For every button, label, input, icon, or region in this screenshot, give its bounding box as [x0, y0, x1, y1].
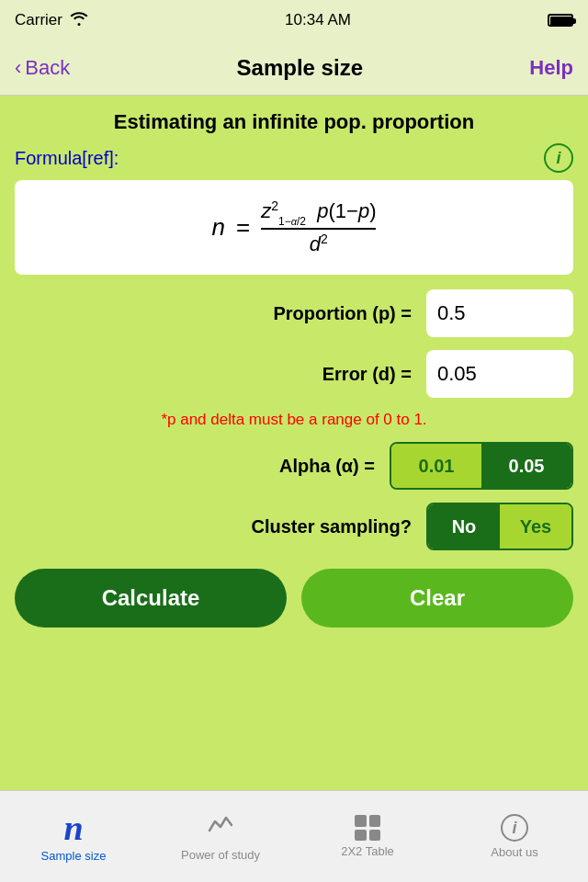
back-label: Back	[25, 56, 70, 80]
tab-sample-size[interactable]: n Sample size	[0, 791, 147, 882]
tab-2x2-label: 2X2 Table	[341, 844, 394, 858]
error-row: Error (d) =	[15, 350, 573, 398]
wifi-icon	[70, 11, 88, 30]
page-description: Estimating an infinite pop. proportion	[15, 110, 573, 134]
carrier-label: Carrier	[15, 11, 62, 29]
tab-2x2-table[interactable]: 2X2 Table	[294, 791, 441, 882]
formula-label: Formula[ref]:	[15, 148, 119, 169]
formula-row: Formula[ref]: i	[15, 143, 573, 173]
calculate-button[interactable]: Calculate	[15, 569, 287, 628]
warning-text: *p and delta must be a range of 0 to 1.	[15, 411, 573, 429]
formula-box: n = z21−α/2 p(1−p) d2	[15, 180, 573, 275]
proportion-label: Proportion (p) =	[15, 303, 412, 324]
tab-power-of-study[interactable]: Power of study	[147, 791, 294, 882]
tab-bar: n Sample size Power of study 2X2 Table i…	[0, 790, 588, 882]
info-icon-button[interactable]: i	[544, 143, 573, 173]
tab-about-us[interactable]: i About us	[441, 791, 588, 882]
grid-icon	[355, 815, 380, 841]
power-icon	[208, 812, 233, 844]
cluster-option-no[interactable]: No	[428, 504, 500, 548]
clear-button[interactable]: Clear	[301, 569, 573, 628]
alpha-option-001[interactable]: 0.01	[391, 444, 481, 488]
action-buttons: Calculate Clear	[15, 569, 573, 628]
alpha-segmented-control: 0.01 0.05	[390, 442, 573, 490]
cluster-option-yes[interactable]: Yes	[500, 504, 571, 548]
alpha-option-005[interactable]: 0.05	[481, 444, 571, 488]
status-bar: Carrier 10:34 AM	[0, 0, 588, 40]
proportion-input[interactable]	[426, 289, 573, 337]
tab-about-us-label: About us	[491, 845, 537, 859]
help-button[interactable]: Help	[529, 56, 573, 80]
proportion-row: Proportion (p) =	[15, 289, 573, 337]
nav-bar: ‹ Back Sample size Help	[0, 40, 588, 96]
error-input[interactable]	[426, 350, 573, 398]
back-chevron-icon: ‹	[15, 56, 21, 80]
battery-icon	[548, 14, 573, 27]
about-icon: i	[501, 814, 528, 842]
alpha-label: Alpha (α) =	[15, 456, 375, 477]
cluster-row: Cluster sampling? No Yes	[15, 503, 573, 550]
cluster-segmented-control: No Yes	[426, 503, 573, 550]
tab-sample-size-label: Sample size	[41, 849, 107, 863]
page-title: Sample size	[237, 55, 363, 81]
sample-size-icon: n	[63, 810, 83, 845]
back-button[interactable]: ‹ Back	[15, 56, 70, 80]
time-label: 10:34 AM	[285, 11, 351, 29]
cluster-label: Cluster sampling?	[15, 516, 412, 537]
error-label: Error (d) =	[15, 364, 412, 385]
main-content: Estimating an infinite pop. proportion F…	[0, 96, 588, 628]
alpha-row: Alpha (α) = 0.01 0.05	[15, 442, 573, 490]
tab-power-of-study-label: Power of study	[181, 848, 260, 862]
